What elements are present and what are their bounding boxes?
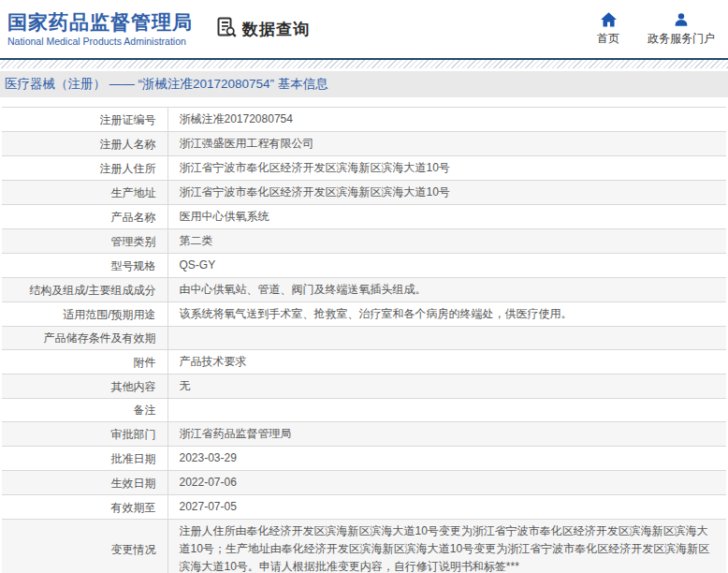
row-label-cell: 产品储存条件及有效期 [2,327,167,350]
row-value-cell: 2027-07-05 [167,495,726,520]
row-label: 注册人住所 [100,162,156,175]
logo-title-cn: 国家药品监督管理局 [7,11,193,34]
row-label-cell: 结构及组成/主要组成成分 [2,278,167,302]
user-icon [674,12,689,27]
nav-item-label: 政务服务门户 [648,31,715,47]
row-value: 2022-07-06 [180,476,237,489]
table-row: 型号规格QS-GY [2,254,726,278]
info-table-body: 注册证编号浙械注准20172080754注册人名称浙江强盛医用工程有限公司注册人… [2,108,726,573]
row-label: 其他内容 [111,380,156,393]
row-value: 该系统将氧气送到手术室、抢救室、治疗室和各个病房的终端处，供医疗使用。 [180,307,573,320]
row-value-cell: 由中心供氧站、管道、阀门及终端送氧插头组成。 [167,278,726,302]
site-header: 国家药品监督管理局 National Medical Products Admi… [0,0,728,58]
table-row: 产品名称医用中心供氧系统 [2,205,726,229]
row-label-cell: 适用范围/预期用途 [2,302,167,327]
table-row: 产品储存条件及有效期 [2,327,726,350]
hatch-pattern-band [0,60,728,68]
table-row: 其他内容无 [2,375,726,399]
row-value-cell: 浙江省宁波市奉化区经济开发区滨海新区滨海大道10号 [167,156,726,181]
row-label: 审批部门 [111,428,156,441]
row-label-cell: 变更情况 [2,520,167,573]
row-label-cell: 批准日期 [2,447,167,471]
row-value-cell: 产品技术要求 [167,350,726,375]
data-query-label: 数据查询 [242,19,310,40]
row-value-cell: 该系统将氧气送到手术室、抢救室、治疗室和各个病房的终端处，供医疗使用。 [167,302,726,327]
row-value-cell: 2022-07-06 [167,471,726,495]
row-label-cell: 附件 [2,350,167,375]
row-label-cell: 生效日期 [2,471,167,495]
home-icon [601,12,617,27]
row-value: 第二类 [180,234,213,247]
row-value-cell: 第二类 [167,229,726,254]
row-label-cell: 型号规格 [2,254,167,278]
page-title: 医疗器械（注册） —— “浙械注准20172080754” 基本信息 [0,71,728,97]
row-label: 产品名称 [111,211,156,224]
table-row: 适用范围/预期用途该系统将氧气送到手术室、抢救室、治疗室和各个病房的终端处，供医… [2,302,726,327]
row-label: 生效日期 [111,477,156,490]
registration-info-table: 注册证编号浙械注准20172080754注册人名称浙江强盛医用工程有限公司注册人… [2,107,726,573]
row-value: 浙江省宁波市奉化区经济开发区滨海新区滨海大道10号 [180,185,450,198]
nav-item-home[interactable]: 首页 [597,12,619,47]
row-value-cell: 2023-03-29 [167,447,726,471]
row-label-cell: 审批部门 [2,422,167,447]
row-value: 注册人住所由奉化经济开发区滨海新区滨海大道10号变更为浙江省宁波市奉化区经济开发… [180,524,710,573]
row-label: 产品储存条件及有效期 [44,331,156,345]
row-value-cell: 浙械注准20172080754 [167,108,726,132]
row-value: 由中心供氧站、管道、阀门及终端送氧插头组成。 [180,283,427,296]
row-value: 浙江强盛医用工程有限公司 [180,137,314,150]
row-value: 2023-03-29 [180,451,237,464]
row-label: 生产地址 [111,186,156,199]
table-row: 附件产品技术要求 [2,350,726,375]
row-label: 备注 [134,404,156,417]
row-label: 有效期至 [111,501,156,514]
nav-item-label: 首页 [597,31,619,47]
table-row: 注册证编号浙械注准20172080754 [2,108,726,132]
row-value-cell: 浙江强盛医用工程有限公司 [167,132,726,156]
row-value-cell: 浙江省宁波市奉化区经济开发区滨海新区滨海大道10号 [167,181,726,205]
row-value-cell: QS-GY [167,254,726,278]
row-label: 注册人名称 [100,138,156,151]
row-value: 浙械注准20172080754 [180,112,293,125]
row-label-cell: 其他内容 [2,375,167,399]
table-row: 注册人住所浙江省宁波市奉化区经济开发区滨海新区滨海大道10号 [2,156,726,181]
row-value-cell: 医用中心供氧系统 [167,205,726,229]
row-label-cell: 注册人名称 [2,132,167,156]
table-row: 生产地址浙江省宁波市奉化区经济开发区滨海新区滨海大道10号 [2,181,726,205]
nmpa-logo[interactable]: 国家药品监督管理局 National Medical Products Admi… [7,11,193,47]
row-label: 注册证编号 [100,113,156,126]
row-label: 变更情况 [111,543,156,556]
row-value: 医用中心供氧系统 [180,210,269,223]
doc-search-icon [215,16,238,42]
row-value: 浙江省宁波市奉化区经济开发区滨海新区滨海大道10号 [180,161,450,174]
row-label: 适用范围/预期用途 [63,308,155,321]
table-row: 批准日期2023-03-29 [2,447,726,471]
row-value-cell: 浙江省药品监督管理局 [167,422,726,447]
row-value-cell [167,327,726,350]
header-nav: 首页 政务服务门户 [597,12,715,47]
row-label: 型号规格 [111,259,156,272]
row-value: 2027-07-05 [180,500,237,513]
row-label-cell: 产品名称 [2,205,167,229]
table-row: 审批部门浙江省药品监督管理局 [2,422,726,447]
table-row: 有效期至2027-07-05 [2,495,726,520]
row-label-cell: 注册人住所 [2,156,167,181]
row-label-cell: 有效期至 [2,495,167,520]
row-label-cell: 生产地址 [2,181,167,205]
data-query-section[interactable]: 数据查询 [215,16,310,42]
logo-title-en: National Medical Products Administration [7,36,193,47]
nav-item-portal[interactable]: 政务服务门户 [648,12,715,47]
row-label: 结构及组成/主要组成成分 [29,284,155,297]
table-row: 管理类别第二类 [2,229,726,254]
row-label: 管理类别 [111,235,156,248]
row-value: 无 [180,379,191,392]
table-row: 备注 [2,399,726,422]
row-value: 浙江省药品监督管理局 [180,427,292,440]
table-row: 注册人名称浙江强盛医用工程有限公司 [2,132,726,156]
row-label: 附件 [134,356,156,369]
row-label-cell: 管理类别 [2,229,167,254]
table-row: 生效日期2022-07-06 [2,471,726,495]
row-value: QS-GY [180,258,216,272]
table-row: 结构及组成/主要组成成分由中心供氧站、管道、阀门及终端送氧插头组成。 [2,278,726,302]
row-label: 批准日期 [111,452,156,465]
table-row: 变更情况注册人住所由奉化经济开发区滨海新区滨海大道10号变更为浙江省宁波市奉化区… [2,520,726,573]
